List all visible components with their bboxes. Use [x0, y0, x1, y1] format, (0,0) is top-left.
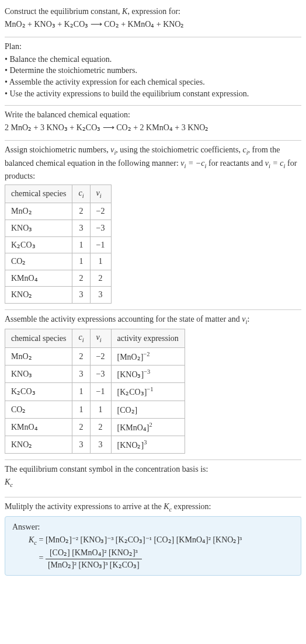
activity-section: Assemble the activity expressions accoun…	[5, 310, 301, 460]
cell-activity: [KNO₃]−3	[111, 365, 185, 383]
act-exp: −2	[143, 351, 149, 357]
act-exp: −1	[147, 386, 153, 392]
stoich-text: for reactants and	[206, 159, 265, 168]
stoich-intro: Assign stoichiometric numbers, νi, using…	[5, 144, 301, 182]
act-base: [K₂CO₃]	[117, 388, 147, 396]
cell-nu: 2	[90, 418, 111, 436]
table-row: CO₂11	[5, 253, 112, 270]
cell-species: KNO₃	[5, 220, 72, 236]
c-sub: i	[82, 337, 84, 343]
cell-species: KMnO₄	[5, 418, 72, 436]
act-base: [KMnO₄]	[117, 423, 149, 432]
cell-c: 1	[72, 253, 90, 270]
act-exp: 2	[149, 422, 152, 428]
multiply-line: Mulitply the activity expressions to arr…	[5, 501, 301, 514]
kc-flat-expr: [MnO₂]⁻² [KNO₃]⁻³ [K₂CO₃]⁻¹ [CO₂] [KMnO₄…	[46, 535, 242, 544]
table-row: CO₂11[CO₂]	[5, 401, 185, 418]
table-row: MnO₂2−2[MnO₂]−2	[5, 347, 185, 365]
cell-c: 3	[72, 436, 90, 454]
prompt-prefix: Construct the equilibrium constant,	[5, 7, 122, 16]
activity-intro: Assemble the activity expressions accoun…	[5, 314, 301, 326]
activity-table: chemical species ci νi activity expressi…	[5, 329, 185, 454]
cell-species: KNO₂	[5, 436, 72, 454]
cell-species: KNO₃	[5, 365, 72, 383]
col-activity: activity expression	[111, 329, 185, 347]
balanced-equation: 2 MnO₂ + 3 KNO₃ + K₂CO₃ ⟶ CO₂ + 2 KMnO₄ …	[5, 122, 301, 134]
act-exp: 3	[144, 439, 147, 445]
plan-section: Plan: Balance the chemical equation. Det…	[5, 37, 301, 106]
plan-item: Use the activity expressions to build th…	[5, 88, 301, 100]
answer-box: Answer: Kc = [MnO₂]⁻² [KNO₃]⁻³ [K₂CO₃]⁻¹…	[5, 516, 301, 576]
K-letter: K	[29, 535, 34, 544]
act-exp: −3	[144, 368, 150, 375]
col-nui: νi	[90, 185, 111, 203]
cell-nu: −2	[90, 347, 111, 365]
multiply-text: expression:	[172, 502, 211, 511]
plan-item: Assemble the activity expression for eac…	[5, 76, 301, 88]
eq-neg: = −	[186, 159, 201, 168]
table-row: MnO₂2−2	[5, 203, 112, 220]
kc-symbol: Kc	[5, 476, 301, 489]
cell-c: 1	[72, 401, 90, 418]
plan-item: Determine the stoichiometric numbers.	[5, 65, 301, 76]
nu-eq: νi = −ci	[180, 159, 206, 168]
eq-pos: =	[270, 159, 280, 168]
cell-nu: −3	[90, 220, 111, 236]
cell-nu: −2	[90, 203, 111, 220]
cell-nu: −1	[90, 236, 111, 253]
cell-c: 2	[72, 270, 90, 287]
cell-species: KNO₂	[5, 287, 72, 304]
cell-nu: 3	[90, 436, 111, 454]
act-base: [CO₂]	[117, 405, 138, 414]
cell-c: 3	[72, 220, 90, 236]
eq-sign: =	[37, 535, 46, 544]
act-base: [KNO₃]	[117, 370, 144, 379]
kc-fraction: [CO₂] [KMnO₄]² [KNO₂]³ [MnO₂]² [KNO₃]³ […	[46, 547, 142, 570]
cell-c: 2	[72, 203, 90, 220]
cell-activity: [MnO₂]−2	[111, 347, 185, 365]
cell-nu: −1	[90, 383, 111, 401]
plan-item: Balance the chemical equation.	[5, 54, 301, 65]
col-species: chemical species	[5, 329, 72, 347]
table-row: KNO₂33[KNO₂]3	[5, 436, 185, 454]
table-header-row: chemical species ci νi	[5, 185, 112, 203]
cell-species: MnO₂	[5, 203, 72, 220]
answer-label: Answer:	[12, 521, 294, 533]
cell-c: 1	[72, 383, 90, 401]
prompt-K: K	[122, 7, 127, 16]
col-ci: ci	[72, 329, 90, 347]
activity-text: :	[247, 315, 249, 323]
answer-section: Mulitply the activity expressions to arr…	[5, 497, 301, 582]
K-letter: K	[5, 478, 10, 486]
kc-denominator: [MnO₂]² [KNO₃]³ [K₂CO₃]	[46, 559, 142, 571]
stoich-text: Assign stoichiometric numbers,	[5, 145, 110, 154]
table-row: K₂CO₃1−1[K₂CO₃]−1	[5, 383, 185, 401]
table-row: KMnO₄22	[5, 270, 112, 287]
eq-sign: =	[37, 554, 46, 562]
plan-list: Balance the chemical equation. Determine…	[5, 54, 301, 99]
cell-species: K₂CO₃	[5, 383, 72, 401]
cell-nu: 2	[90, 270, 111, 287]
activity-text: Assemble the activity expressions accoun…	[5, 315, 242, 323]
stoich-table: chemical species ci νi MnO₂2−2 KNO₃3−3 K…	[5, 185, 112, 304]
cell-species: CO₂	[5, 401, 72, 418]
cell-c: 3	[72, 287, 90, 304]
kc-flat-line: Kc = [MnO₂]⁻² [KNO₃]⁻³ [K₂CO₃]⁻¹ [CO₂] […	[29, 534, 294, 547]
act-base: [MnO₂]	[117, 353, 144, 361]
cell-c: 3	[72, 365, 90, 383]
table-row: KMnO₄22[KMnO₄]2	[5, 418, 185, 436]
cell-activity: [CO₂]	[111, 401, 185, 418]
nu-sub: i	[100, 193, 102, 199]
table-row: KNO₃3−3[KNO₃]−3	[5, 365, 185, 383]
cell-c: 2	[72, 347, 90, 365]
prompt-section: Construct the equilibrium constant, K, e…	[5, 2, 301, 37]
cell-species: MnO₂	[5, 347, 72, 365]
nu-eq2: νi = ci	[265, 159, 286, 168]
cell-species: CO₂	[5, 253, 72, 270]
balanced-section: Write the balanced chemical equation: 2 …	[5, 106, 301, 141]
cell-activity: [KMnO₄]2	[111, 418, 185, 436]
kc-numerator: [CO₂] [KMnO₄]² [KNO₂]³	[46, 547, 142, 559]
plan-title: Plan:	[5, 41, 301, 53]
K-letter: K	[164, 502, 169, 511]
table-row: KNO₂33	[5, 287, 112, 304]
